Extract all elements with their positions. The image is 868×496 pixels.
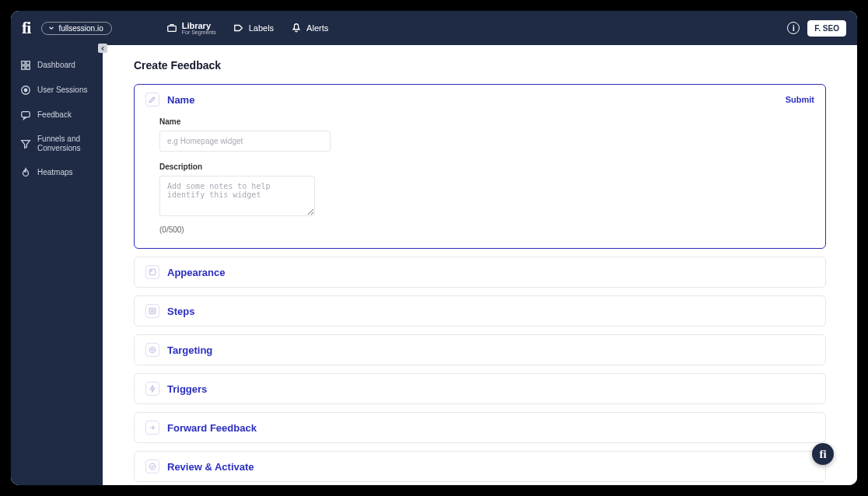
- svg-point-12: [152, 349, 154, 351]
- section-name-header[interactable]: Name Submit: [135, 85, 825, 114]
- target-icon: [145, 343, 159, 357]
- section-review-header[interactable]: Review & Activate: [135, 452, 825, 481]
- help-widget[interactable]: fi: [812, 443, 834, 465]
- sidebar-item-label: Funnels and Conversions: [37, 134, 93, 153]
- section-targeting: Targeting: [134, 334, 826, 365]
- tag-icon: [233, 23, 244, 33]
- nav-alerts[interactable]: Alerts: [291, 23, 328, 33]
- section-name: Name Submit Name Description (0/500): [134, 84, 826, 249]
- forward-icon: [145, 421, 159, 435]
- sidebar: Dashboard User Sessions Feedback Funnels…: [11, 45, 103, 485]
- sidebar-item-label: User Sessions: [37, 86, 87, 95]
- check-circle-icon: [145, 459, 159, 473]
- sidebar-item-dashboard[interactable]: Dashboard: [11, 53, 103, 78]
- nav-library-subtitle: For Segments: [182, 30, 216, 35]
- section-triggers: Triggers: [134, 373, 826, 404]
- svg-rect-8: [149, 269, 156, 275]
- chevron-left-icon: [100, 46, 106, 51]
- section-steps: Steps: [134, 295, 826, 327]
- name-label: Name: [159, 117, 800, 126]
- section-forward: Forward Feedback: [134, 412, 826, 443]
- svg-rect-1: [22, 61, 25, 65]
- svg-rect-2: [26, 61, 30, 65]
- briefcase-icon: [166, 23, 177, 33]
- submit-button[interactable]: Submit: [786, 95, 814, 104]
- info-icon[interactable]: i: [787, 22, 800, 34]
- sidebar-item-label: Feedback: [37, 110, 72, 120]
- section-appearance-header[interactable]: Appearance: [135, 257, 825, 287]
- palette-icon: [145, 265, 159, 279]
- sidebar-item-funnels[interactable]: Funnels and Conversions: [11, 127, 103, 160]
- section-steps-header[interactable]: Steps: [135, 296, 825, 326]
- top-nav: Library For Segments Labels Alerts: [166, 22, 329, 35]
- page-title: Create Feedback: [134, 59, 826, 72]
- section-targeting-header[interactable]: Targeting: [135, 335, 825, 365]
- description-label: Description: [159, 162, 800, 171]
- svg-rect-3: [22, 66, 25, 69]
- brand-logo: fi: [22, 18, 30, 38]
- list-icon: [145, 304, 159, 318]
- sidebar-item-feedback[interactable]: Feedback: [11, 103, 103, 127]
- sidebar-item-user-sessions[interactable]: User Sessions: [11, 78, 103, 103]
- svg-rect-4: [26, 66, 30, 69]
- edit-icon: [145, 93, 159, 107]
- chevron-down-icon: [48, 25, 54, 31]
- sidebar-collapse-button[interactable]: [98, 44, 107, 53]
- svg-rect-7: [22, 112, 30, 117]
- sidebar-item-heatmaps[interactable]: Heatmaps: [11, 160, 103, 185]
- top-bar: fi fullsession.io Library For Segments L…: [11, 11, 857, 45]
- description-counter: (0/500): [159, 225, 800, 234]
- sidebar-item-label: Dashboard: [37, 61, 75, 70]
- section-name-body: Name Description (0/500): [135, 114, 825, 248]
- site-selector[interactable]: fullsession.io: [41, 22, 111, 35]
- section-triggers-header[interactable]: Triggers: [135, 374, 825, 403]
- fire-icon: [20, 167, 31, 178]
- nav-alerts-label: Alerts: [306, 23, 328, 33]
- section-forward-header[interactable]: Forward Feedback: [135, 413, 825, 442]
- nav-labels-label: Labels: [249, 23, 274, 33]
- site-selector-label: fullsession.io: [58, 24, 103, 33]
- main-content: Create Feedback Name Submit Name Descrip…: [103, 45, 857, 485]
- chat-icon: [20, 110, 31, 121]
- svg-point-9: [151, 271, 152, 272]
- name-input[interactable]: [159, 131, 331, 152]
- sidebar-item-label: Heatmaps: [37, 168, 73, 177]
- svg-point-13: [149, 463, 156, 470]
- description-input[interactable]: [159, 176, 315, 216]
- section-appearance: Appearance: [134, 257, 826, 288]
- bell-icon: [291, 23, 302, 33]
- funnel-icon: [20, 138, 31, 149]
- svg-point-11: [149, 347, 156, 353]
- section-review: Review & Activate: [134, 451, 826, 482]
- svg-point-6: [24, 89, 27, 92]
- nav-labels[interactable]: Labels: [233, 23, 274, 33]
- bolt-icon: [145, 382, 159, 396]
- svg-rect-0: [167, 26, 176, 31]
- nav-library[interactable]: Library For Segments: [166, 22, 216, 35]
- record-icon: [20, 85, 31, 96]
- grid-icon: [20, 60, 31, 71]
- user-menu[interactable]: F. SEO: [807, 20, 846, 37]
